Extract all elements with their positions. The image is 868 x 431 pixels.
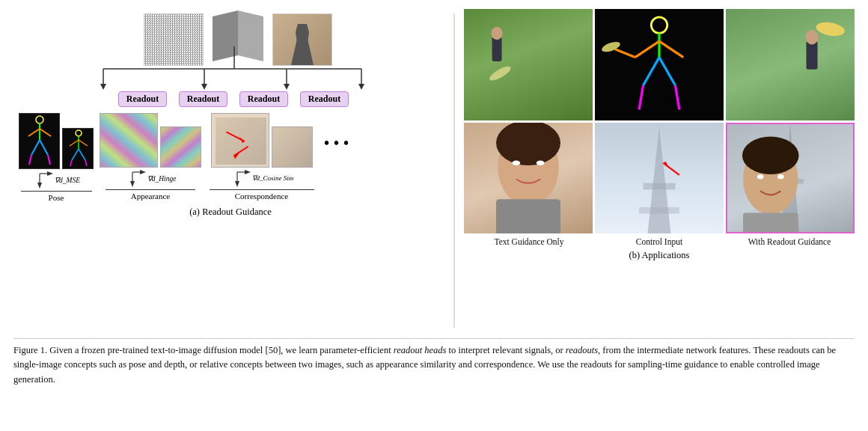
bottom-panels-row: ∇d_MSE Pose (15, 113, 449, 202)
skeleton-grid-svg (595, 9, 724, 120)
person-frisbee-svg (726, 9, 855, 120)
book-image (211, 9, 265, 66)
svg-point-44 (488, 64, 513, 82)
svg-line-19 (48, 155, 50, 165)
svg-marker-29 (37, 183, 42, 189)
svg-rect-76 (743, 213, 798, 232)
person-image (272, 13, 332, 66)
arrows-to-readout (62, 69, 406, 91)
appearance-gradient-label: ∇d_Hinge (147, 174, 177, 183)
svg-line-55 (615, 49, 635, 58)
appearance-label: Appearance (131, 192, 171, 201)
caption-area: Figure 1. Given a frozen pre-trained tex… (13, 338, 855, 387)
appearance-images (100, 113, 201, 168)
svg-line-26 (70, 160, 72, 166)
svg-point-75 (777, 174, 783, 179)
svg-marker-41 (235, 181, 239, 187)
person-silhouette (291, 24, 314, 65)
svg-line-38 (233, 147, 248, 156)
svg-point-74 (757, 174, 763, 179)
svg-line-15 (40, 129, 51, 136)
readout-row: Readout Readout Readout Readout (118, 91, 349, 107)
right-image-grid (464, 9, 855, 233)
dot-3: • (343, 135, 349, 150)
pose-gradient-row: ∇d_MSE (32, 171, 80, 189)
svg-marker-5 (201, 84, 207, 90)
svg-line-17 (40, 140, 48, 155)
pose-arrow-svg (32, 171, 55, 189)
svg-rect-66 (644, 183, 676, 189)
svg-marker-33 (130, 181, 135, 187)
svg-marker-3 (100, 84, 106, 90)
corr-arrow-svg (230, 169, 252, 187)
right-panel: Text Guidance Only Control Input With Re… (461, 6, 855, 335)
svg-line-52 (659, 58, 676, 86)
caption-italic2: readouts (566, 345, 598, 355)
caption-italic1: readout heads (394, 345, 447, 355)
svg-point-12 (36, 116, 43, 123)
appearance-main-img (100, 113, 158, 168)
svg-point-59 (805, 30, 818, 44)
svg-marker-31 (47, 171, 53, 176)
eiffel-blur-svg (595, 123, 724, 234)
svg-line-54 (676, 85, 679, 109)
svg-line-49 (635, 41, 659, 57)
appearance-bracket (106, 189, 195, 190)
pose-gradient-label: ∇d_MSE (55, 176, 80, 184)
svg-line-27 (85, 160, 87, 166)
corr-gradient-label: ∇d_Cosine Sim (252, 174, 294, 182)
svg-line-16 (31, 140, 40, 155)
right-label-text-guidance: Text Guidance Only (464, 237, 594, 246)
noise-image (144, 13, 204, 66)
readout-box-2: Readout (179, 91, 227, 107)
svg-marker-43 (245, 170, 251, 174)
arrows-svg (62, 69, 406, 91)
svg-point-57 (815, 20, 846, 38)
svg-marker-35 (140, 170, 146, 174)
readout-box-3: Readout (239, 91, 288, 107)
svg-line-22 (70, 140, 79, 146)
figures-row: Readout Readout Readout Readout (13, 6, 855, 335)
appearance-arrow-svg (125, 169, 147, 187)
svg-point-73 (742, 136, 799, 174)
pose-colored-img (62, 128, 94, 169)
appearance-panel: ∇d_Hinge Appearance (102, 113, 199, 201)
svg-line-50 (659, 41, 683, 57)
correspondence-label: Correspondence (235, 192, 288, 201)
svg-marker-9 (358, 84, 364, 90)
svg-point-62 (513, 160, 521, 165)
svg-line-24 (72, 149, 79, 160)
dot-2: • (334, 135, 339, 150)
svg-rect-58 (807, 41, 818, 70)
svg-line-25 (79, 149, 85, 160)
svg-line-23 (79, 140, 88, 146)
grid-cell-skeleton (595, 9, 724, 120)
pose-bracket (21, 191, 92, 192)
svg-marker-1 (238, 10, 263, 61)
grid-cell-eiffel-blur (595, 123, 724, 234)
svg-point-47 (651, 17, 667, 34)
pose-skeleton-svg (19, 114, 61, 170)
woman-eiffel-svg (727, 124, 853, 233)
readout-box-1: Readout (118, 91, 167, 107)
svg-line-51 (644, 58, 660, 86)
corr-arrows-svg (212, 114, 269, 167)
appearance-gradient-row: ∇d_Hinge (125, 169, 177, 187)
correspondence-panel: ∇d_Cosine Sim Correspondence (204, 113, 320, 201)
right-label-readout-guidance: With Readout Guidance (724, 237, 855, 246)
grid-cell-woman-eiffel (726, 123, 855, 234)
woman-svg (464, 123, 593, 234)
right-label-control-input: Control Input (594, 237, 724, 246)
svg-rect-67 (639, 207, 679, 213)
correspondence-main-img (211, 113, 269, 168)
right-section-label: (b) Applications (464, 250, 855, 261)
pose-black-img (19, 113, 60, 169)
pose-label: Pose (49, 193, 64, 202)
svg-rect-64 (496, 199, 560, 233)
pose-skeleton-small-svg (63, 129, 94, 170)
book-svg (211, 9, 265, 66)
svg-line-18 (29, 155, 31, 165)
appearance-small-img (160, 126, 201, 168)
svg-rect-45 (492, 37, 502, 61)
frisbee-svg (464, 9, 593, 120)
